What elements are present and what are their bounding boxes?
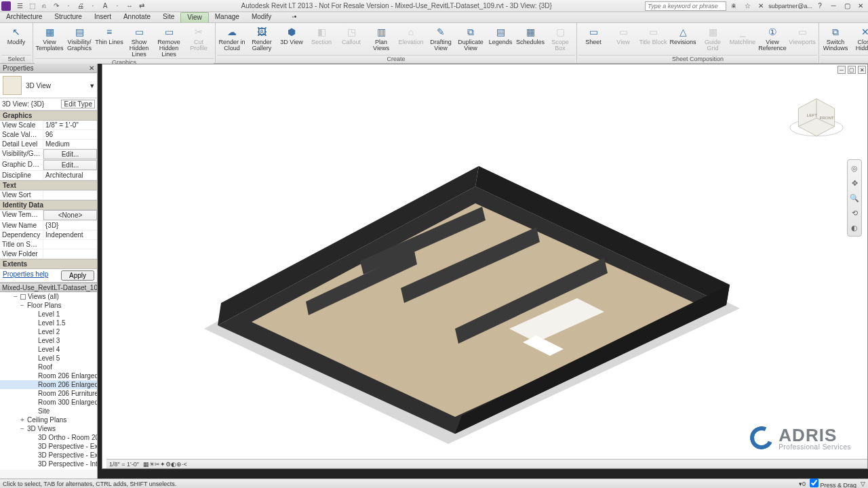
- instance-filter[interactable]: 3D View: {3D}: [2, 100, 61, 108]
- edit-type-button[interactable]: Edit Type: [61, 100, 95, 108]
- tree-node[interactable]: 3D Perspective - Interior: [0, 460, 97, 468]
- palette-close-icon[interactable]: ✕: [89, 64, 94, 72]
- ribbon-drafting-view[interactable]: ✎Drafting View: [426, 24, 456, 52]
- qat-btn-0[interactable]: ☰: [14, 1, 25, 11]
- user-label[interactable]: subpartner@a...: [768, 1, 812, 11]
- press-drag-toggle[interactable]: Press & Drag: [810, 479, 856, 488]
- selection-filter-icon[interactable]: ▾0: [799, 481, 806, 487]
- tree-node[interactable]: −Floor Plans: [0, 301, 97, 310]
- tree-node[interactable]: Level 3: [0, 336, 97, 345]
- maximize-button[interactable]: ▢: [841, 1, 853, 11]
- prop-row[interactable]: DependencyIndependent: [0, 230, 97, 240]
- filter-icon[interactable]: ▽: [861, 481, 865, 487]
- view-status-icon-5[interactable]: ◐: [171, 461, 176, 468]
- type-selector[interactable]: 3D View ▾: [0, 73, 97, 98]
- qat-btn-1[interactable]: ⬚: [26, 1, 37, 11]
- sign-in-icon[interactable]: ☆: [741, 1, 753, 11]
- prop-row[interactable]: DisciplineArchitectural: [0, 171, 97, 180]
- properties-title[interactable]: Properties ✕: [0, 64, 97, 73]
- tree-node[interactable]: −Views (all): [0, 292, 97, 301]
- chevron-down-icon[interactable]: ▾: [90, 81, 94, 90]
- view-status-icon-6[interactable]: ⊕: [176, 461, 182, 468]
- prop-group-text[interactable]: Text: [0, 180, 97, 190]
- zoom-icon[interactable]: 🔍: [849, 192, 860, 203]
- ribbon-min-icon[interactable]: ◦•: [285, 12, 302, 22]
- ribbon-sheet[interactable]: ▭Sheet: [578, 24, 608, 46]
- view-close-icon[interactable]: ✕: [858, 66, 866, 74]
- tree-node[interactable]: −3D Views: [0, 424, 97, 433]
- qat-btn-5[interactable]: 🖨: [75, 1, 86, 11]
- prop-group-identity-data[interactable]: Identity Data: [0, 200, 97, 210]
- prop-row[interactable]: Title on Sheet: [0, 240, 97, 249]
- qat-btn-6[interactable]: ·: [87, 1, 98, 11]
- lookaround-icon[interactable]: ◐: [849, 222, 860, 233]
- qat-btn-3[interactable]: ↷: [51, 1, 62, 11]
- ribbon-modify[interactable]: ↖Modify: [1, 24, 31, 46]
- prop-group-graphics[interactable]: Graphics: [0, 110, 97, 121]
- orbit-icon[interactable]: ⟲: [849, 207, 860, 218]
- project-browser-tree[interactable]: −Views (all)−Floor PlansLevel 1Level 1.5…: [0, 292, 97, 470]
- tab-manage[interactable]: Manage: [209, 12, 245, 22]
- prop-row[interactable]: View Name{3D}: [0, 221, 97, 230]
- tree-node[interactable]: Room 300 Enlarged: [0, 398, 97, 407]
- tree-node[interactable]: Roof: [0, 363, 97, 371]
- drawing-canvas[interactable]: ─ ▢ ✕ LEFT FRONT ◎ ✥ 🔍 ⟲ ◐: [102, 64, 868, 469]
- exchange-icon[interactable]: ✕: [755, 1, 767, 11]
- prop-row[interactable]: Graphic Displ...Edit...: [0, 160, 97, 171]
- tree-node[interactable]: 3D Perspective - Exterio: [0, 442, 97, 451]
- ribbon-view-reference[interactable]: ①View Reference: [757, 24, 787, 52]
- qat-btn-10[interactable]: ⇄: [136, 1, 147, 11]
- pan-icon[interactable]: ✥: [849, 178, 860, 188]
- infocenter-icon[interactable]: ⛯: [728, 1, 740, 11]
- ribbon-view-templates[interactable]: ▦View Templates: [35, 24, 64, 52]
- view-status-icon-0[interactable]: ▦: [143, 461, 149, 468]
- search-input[interactable]: [645, 1, 726, 11]
- apply-button[interactable]: Apply: [61, 270, 94, 281]
- tree-node[interactable]: Level 4: [0, 345, 97, 354]
- ribbon-remove-hidden-lines[interactable]: ▭Remove Hidden Lines: [154, 24, 184, 58]
- tree-node[interactable]: Level 1.5: [0, 319, 97, 327]
- tree-node[interactable]: +Ceiling Plans: [0, 415, 97, 424]
- qat-btn-2[interactable]: ⎌: [39, 1, 50, 11]
- tab-site[interactable]: Site: [157, 12, 180, 22]
- ribbon-visibility-graphics[interactable]: ▤Visibility/ Graphics: [64, 24, 94, 52]
- tab-architecture[interactable]: Architecture: [0, 12, 48, 22]
- ribbon-3d-view[interactable]: ⬢3D View: [277, 24, 307, 46]
- tab-insert[interactable]: Insert: [88, 12, 117, 22]
- ribbon-render-in-cloud[interactable]: ☁Render in Cloud: [217, 24, 247, 52]
- tab-view[interactable]: View: [180, 12, 209, 22]
- view-scale[interactable]: 1/8" = 1'-0": [109, 461, 139, 468]
- qat-btn-4[interactable]: ·: [63, 1, 74, 11]
- steering-wheel-icon[interactable]: ◎: [849, 163, 860, 174]
- tab-annotate[interactable]: Annotate: [117, 12, 157, 22]
- qat-btn-8[interactable]: ·: [112, 1, 123, 11]
- app-icon[interactable]: [1, 1, 11, 11]
- minimize-button[interactable]: ─: [827, 1, 840, 11]
- prop-row[interactable]: View Sort: [0, 190, 97, 200]
- properties-help-link[interactable]: Properties help: [3, 270, 48, 281]
- qat-btn-9[interactable]: ↔: [124, 1, 135, 11]
- tree-node[interactable]: Level 5: [0, 354, 97, 363]
- tree-node[interactable]: 3D Ortho - Room 206: [0, 433, 97, 442]
- prop-row[interactable]: Visibility/Grap...Edit...: [0, 149, 97, 160]
- tab-modify[interactable]: Modify: [245, 12, 277, 22]
- tab-structure[interactable]: Structure: [48, 12, 88, 22]
- ribbon-render-gallery[interactable]: 🖼Render Gallery: [247, 24, 277, 52]
- project-browser-title[interactable]: Mixed-Use_RevitLT-Dataset_109.rvt ...: [0, 283, 97, 292]
- prop-row[interactable]: View Folder: [0, 249, 97, 259]
- tree-node[interactable]: Room 206 Furniture: [0, 389, 97, 398]
- tree-node[interactable]: Room 206 Enlarged: [0, 371, 97, 380]
- prop-row[interactable]: View Scale1/8" = 1'-0": [0, 121, 97, 130]
- tree-node[interactable]: 3D Perspective - Exterior: [0, 451, 97, 460]
- prop-row[interactable]: Scale Value 1:96: [0, 130, 97, 140]
- tree-node[interactable]: Level 2: [0, 327, 97, 336]
- tree-node[interactable]: 3D Perspective - Interior: [0, 468, 97, 470]
- view-min-icon[interactable]: ─: [837, 66, 846, 74]
- view-cube[interactable]: LEFT FRONT: [786, 92, 847, 146]
- tree-node[interactable]: Room 206 Enlarged (Sh...: [0, 380, 97, 389]
- ribbon-duplicate-view[interactable]: ⧉Duplicate View: [456, 24, 486, 52]
- view-status-icon-1[interactable]: ☀: [149, 461, 155, 468]
- navigation-bar[interactable]: ◎ ✥ 🔍 ⟲ ◐: [847, 159, 862, 237]
- view-status-icon-8[interactable]: <: [183, 461, 186, 468]
- help-icon[interactable]: ?: [814, 1, 826, 11]
